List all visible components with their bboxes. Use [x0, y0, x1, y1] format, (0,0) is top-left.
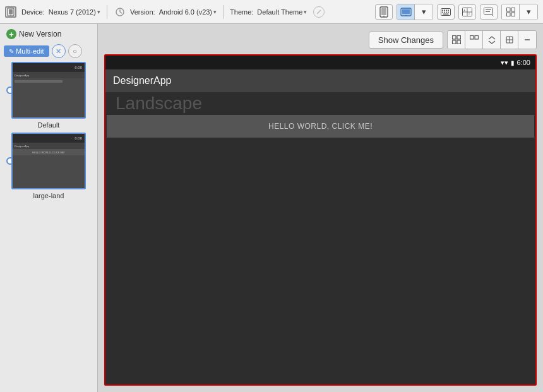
locale-icon-btn[interactable]: A Z	[458, 4, 476, 20]
grid-icon-group: ▾	[501, 4, 538, 20]
default-thumb-label: Default	[38, 121, 60, 129]
version-dropdown[interactable]: Android 6.0 (v23) ▾	[159, 8, 217, 16]
new-version-label: New Version	[19, 30, 61, 39]
thumb-app-title-default: DesignerApp	[15, 74, 29, 77]
svg-rect-35	[511, 13, 515, 16]
large-land-thumb-wrapper: 6:00 DesignerApp HELLO WORLD, CLICK ME!	[11, 133, 86, 189]
layout-icon-group	[447, 30, 537, 49]
new-version-icon: +	[6, 29, 16, 39]
content-toolbar: Show Changes	[104, 30, 537, 49]
default-thumbnail-card: 6:00 DesignerApp Default	[4, 62, 93, 129]
multi-edit-label: Multi-edit	[16, 47, 44, 55]
new-version-btn[interactable]: + New Version	[4, 28, 93, 40]
thumb-time-large: 6:00	[75, 136, 82, 140]
phone-icon-btn[interactable]	[375, 4, 393, 20]
content-area: Show Changes	[98, 24, 543, 392]
thumb-content-large	[13, 155, 85, 188]
svg-rect-28	[484, 8, 493, 14]
svg-rect-34	[506, 13, 510, 16]
thumb-app-title-large: DesignerApp	[15, 145, 29, 148]
theme-dropdown[interactable]: Default Theme ▾	[257, 8, 307, 16]
device-label: Device:	[21, 8, 45, 16]
hello-world-bar: HELLO WORLD, CLICK ME!	[107, 115, 534, 138]
device-frame: ▾▾ ▮ 6:00 DesignerApp Landscape HELLO WO…	[104, 54, 537, 386]
large-land-thumb-label: large-land	[33, 192, 64, 199]
sidebar: + New Version ✎ Multi-edit ✕ ○ 6:00	[0, 24, 98, 392]
grid-dropdown-btn[interactable]: ▾	[520, 4, 537, 20]
edit-clear-btn[interactable]: ✕	[52, 44, 66, 58]
version-label: Version:	[130, 8, 155, 16]
pencil-icon: ✎	[9, 48, 14, 55]
disabled-icon	[313, 6, 325, 18]
svg-rect-41	[475, 36, 479, 40]
view-toggle-group: ▾	[397, 4, 433, 20]
thumb-hello-text: HELLO WORLD, CLICK ME!	[32, 151, 64, 154]
svg-line-5	[120, 12, 122, 13]
svg-text:A: A	[464, 9, 466, 11]
tablet-view-btn[interactable]	[397, 4, 415, 20]
svg-point-12	[405, 15, 407, 16]
wifi-icon: ▾▾	[501, 59, 508, 67]
svg-text:Z: Z	[468, 13, 470, 15]
multi-edit-button[interactable]: ✎ Multi-edit	[4, 45, 49, 57]
svg-rect-33	[511, 8, 515, 11]
svg-rect-20	[446, 11, 447, 13]
svg-rect-37	[457, 36, 461, 40]
large-land-thumbnail-card: 6:00 DesignerApp HELLO WORLD, CLICK ME! …	[4, 133, 93, 199]
layout-grid-icon-btn[interactable]	[448, 31, 465, 49]
default-thumb-wrapper: 6:00 DesignerApp	[11, 62, 86, 119]
version-value: Android 6.0 (v23)	[159, 8, 212, 16]
svg-rect-1	[9, 9, 13, 14]
svg-point-2	[10, 15, 11, 16]
layout-label: Landscape	[110, 91, 207, 116]
thumb-hello-bar: HELLO WORLD, CLICK ME!	[13, 149, 85, 155]
device-chevron: ▾	[97, 9, 100, 15]
device-body	[105, 138, 535, 384]
device-icon	[5, 6, 16, 18]
svg-rect-17	[448, 9, 449, 11]
default-thumb-frame[interactable]: 6:00 DesignerApp	[11, 62, 86, 119]
layout-minus-icon-btn[interactable]	[518, 31, 536, 49]
thumb-time-default: 6:00	[75, 66, 82, 69]
grid-icon-btn[interactable]	[502, 4, 520, 20]
thumb-status-bar-default: 6:00	[13, 63, 85, 72]
svg-rect-21	[448, 11, 449, 13]
svg-rect-16	[446, 9, 447, 11]
theme-label: Theme:	[230, 8, 253, 16]
thumb-app-bar-large: DesignerApp	[13, 143, 85, 149]
svg-rect-11	[402, 9, 410, 14]
expand-view-btn[interactable]: ▾	[415, 4, 433, 20]
thumb-app-bar-default: DesignerApp	[13, 72, 85, 78]
theme-value: Default Theme	[257, 8, 302, 16]
separator-2	[223, 5, 224, 19]
svg-rect-15	[444, 9, 445, 11]
layout-label-container: Landscape	[105, 92, 535, 115]
large-land-thumb-frame[interactable]: 6:00 DesignerApp HELLO WORLD, CLICK ME!	[11, 133, 86, 189]
version-chevron: ▾	[213, 9, 217, 15]
main-area: + New Version ✎ Multi-edit ✕ ○ 6:00	[0, 24, 543, 392]
layout-expand-icon-btn[interactable]	[483, 31, 501, 49]
device-dropdown[interactable]: Nexus 7 (2012) ▾	[49, 8, 100, 16]
svg-rect-32	[506, 8, 510, 11]
theme-chevron: ▾	[304, 9, 307, 15]
multi-edit-bar: ✎ Multi-edit ✕ ○	[4, 44, 93, 58]
svg-rect-14	[442, 9, 443, 11]
svg-rect-39	[457, 40, 461, 44]
thumb-status-bar-large: 6:00	[13, 134, 85, 143]
status-icons: ▾▾ ▮ 6:00	[501, 59, 530, 67]
battery-icon: ▮	[511, 59, 515, 66]
svg-rect-8	[381, 8, 386, 15]
svg-rect-36	[452, 36, 456, 40]
hello-world-text: HELLO WORLD, CLICK ME!	[268, 122, 373, 131]
svg-rect-38	[452, 40, 456, 44]
layout-pin-icon-btn[interactable]	[501, 31, 518, 49]
edit-ok-btn[interactable]: ○	[68, 44, 82, 58]
device-status-bar: ▾▾ ▮ 6:00	[105, 56, 535, 69]
show-changes-button[interactable]: Show Changes	[369, 32, 443, 49]
device-app-bar: DesignerApp	[105, 69, 535, 92]
zoom-icon-btn[interactable]	[480, 4, 498, 20]
separator-1	[107, 5, 107, 19]
status-time: 6:00	[517, 59, 530, 66]
keyboard-icon-btn[interactable]	[437, 4, 455, 20]
layout-list-icon-btn[interactable]	[465, 31, 483, 49]
